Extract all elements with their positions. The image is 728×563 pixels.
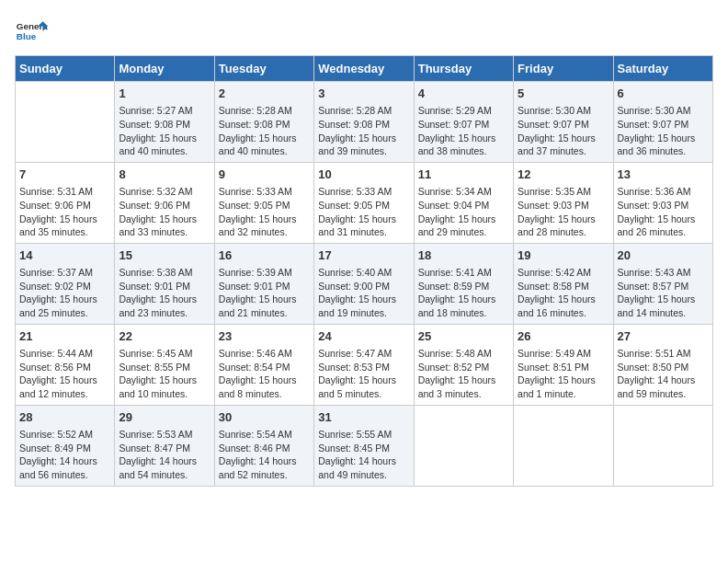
column-header-friday: Friday [514,56,613,82]
calendar-cell: 28Sunrise: 5:52 AM Sunset: 8:49 PM Dayli… [16,405,115,486]
day-info: Sunrise: 5:38 AM Sunset: 9:01 PM Dayligh… [119,266,210,320]
calendar-cell: 14Sunrise: 5:37 AM Sunset: 9:02 PM Dayli… [16,243,115,324]
day-info: Sunrise: 5:33 AM Sunset: 9:05 PM Dayligh… [219,185,310,239]
day-info: Sunrise: 5:27 AM Sunset: 9:08 PM Dayligh… [119,104,210,158]
day-number: 25 [418,328,509,345]
calendar-cell: 27Sunrise: 5:51 AM Sunset: 8:50 PM Dayli… [613,324,712,405]
day-number: 23 [219,328,310,345]
day-number: 28 [19,409,110,426]
day-number: 15 [119,247,210,264]
day-info: Sunrise: 5:34 AM Sunset: 9:04 PM Dayligh… [418,185,509,239]
day-info: Sunrise: 5:36 AM Sunset: 9:03 PM Dayligh… [618,185,709,239]
day-number: 6 [618,86,709,102]
day-info: Sunrise: 5:30 AM Sunset: 9:07 PM Dayligh… [618,104,709,158]
day-number: 9 [219,167,310,183]
day-number: 2 [219,86,310,102]
calendar-cell: 17Sunrise: 5:40 AM Sunset: 9:00 PM Dayli… [314,243,414,324]
day-number: 22 [119,328,210,345]
day-number: 5 [518,86,609,102]
calendar-cell: 30Sunrise: 5:54 AM Sunset: 8:46 PM Dayli… [214,405,313,486]
logo: General Blue [15,15,48,48]
column-header-wednesday: Wednesday [314,56,414,82]
day-number: 1 [119,86,210,102]
day-number: 27 [618,328,709,345]
calendar-cell: 7Sunrise: 5:31 AM Sunset: 9:06 PM Daylig… [16,162,115,243]
calendar-cell: 25Sunrise: 5:48 AM Sunset: 8:52 PM Dayli… [414,324,513,405]
day-info: Sunrise: 5:52 AM Sunset: 8:49 PM Dayligh… [19,428,110,482]
day-info: Sunrise: 5:28 AM Sunset: 9:08 PM Dayligh… [318,104,409,158]
day-info: Sunrise: 5:51 AM Sunset: 8:50 PM Dayligh… [618,347,709,401]
calendar-cell: 29Sunrise: 5:53 AM Sunset: 8:47 PM Dayli… [115,405,214,486]
calendar-cell: 16Sunrise: 5:39 AM Sunset: 9:01 PM Dayli… [214,243,313,324]
calendar-week-2: 7Sunrise: 5:31 AM Sunset: 9:06 PM Daylig… [16,162,713,243]
calendar-table: SundayMondayTuesdayWednesdayThursdayFrid… [15,55,713,487]
day-info: Sunrise: 5:40 AM Sunset: 9:00 PM Dayligh… [318,266,409,320]
calendar-cell: 20Sunrise: 5:43 AM Sunset: 8:57 PM Dayli… [613,243,712,324]
calendar-cell: 31Sunrise: 5:55 AM Sunset: 8:45 PM Dayli… [314,405,414,486]
day-number: 12 [518,167,609,183]
day-number: 17 [318,247,409,264]
calendar-cell: 21Sunrise: 5:44 AM Sunset: 8:56 PM Dayli… [16,324,115,405]
calendar-cell: 19Sunrise: 5:42 AM Sunset: 8:58 PM Dayli… [514,243,613,324]
day-number: 26 [518,328,609,345]
day-info: Sunrise: 5:45 AM Sunset: 8:55 PM Dayligh… [119,347,210,401]
calendar-week-3: 14Sunrise: 5:37 AM Sunset: 9:02 PM Dayli… [16,243,713,324]
day-info: Sunrise: 5:33 AM Sunset: 9:05 PM Dayligh… [318,185,409,239]
calendar-cell: 4Sunrise: 5:29 AM Sunset: 9:07 PM Daylig… [414,82,513,163]
calendar-cell: 6Sunrise: 5:30 AM Sunset: 9:07 PM Daylig… [613,82,712,163]
calendar-cell: 15Sunrise: 5:38 AM Sunset: 9:01 PM Dayli… [115,243,214,324]
calendar-week-5: 28Sunrise: 5:52 AM Sunset: 8:49 PM Dayli… [16,405,713,486]
calendar-cell: 10Sunrise: 5:33 AM Sunset: 9:05 PM Dayli… [314,162,414,243]
calendar-cell: 12Sunrise: 5:35 AM Sunset: 9:03 PM Dayli… [514,162,613,243]
calendar-cell [613,405,712,486]
day-number: 24 [318,328,409,345]
day-info: Sunrise: 5:28 AM Sunset: 9:08 PM Dayligh… [219,104,310,158]
calendar-cell [414,405,513,486]
calendar-cell: 1Sunrise: 5:27 AM Sunset: 9:08 PM Daylig… [115,82,214,163]
day-info: Sunrise: 5:46 AM Sunset: 8:54 PM Dayligh… [219,347,310,401]
day-info: Sunrise: 5:29 AM Sunset: 9:07 PM Dayligh… [418,104,509,158]
day-number: 31 [318,409,409,426]
day-info: Sunrise: 5:37 AM Sunset: 9:02 PM Dayligh… [19,266,110,320]
calendar-cell: 2Sunrise: 5:28 AM Sunset: 9:08 PM Daylig… [214,82,313,163]
day-info: Sunrise: 5:49 AM Sunset: 8:51 PM Dayligh… [518,347,609,401]
day-info: Sunrise: 5:30 AM Sunset: 9:07 PM Dayligh… [518,104,609,158]
logo-icon: General Blue [15,15,48,48]
calendar-cell: 8Sunrise: 5:32 AM Sunset: 9:06 PM Daylig… [115,162,214,243]
day-number: 11 [418,167,509,183]
header-row: SundayMondayTuesdayWednesdayThursdayFrid… [16,56,713,82]
day-number: 16 [219,247,310,264]
day-number: 20 [618,247,709,264]
calendar-cell: 22Sunrise: 5:45 AM Sunset: 8:55 PM Dayli… [115,324,214,405]
day-info: Sunrise: 5:42 AM Sunset: 8:58 PM Dayligh… [518,266,609,320]
day-info: Sunrise: 5:47 AM Sunset: 8:53 PM Dayligh… [318,347,409,401]
day-number: 30 [219,409,310,426]
calendar-cell [16,82,115,163]
day-info: Sunrise: 5:44 AM Sunset: 8:56 PM Dayligh… [19,347,110,401]
calendar-cell: 24Sunrise: 5:47 AM Sunset: 8:53 PM Dayli… [314,324,414,405]
day-info: Sunrise: 5:48 AM Sunset: 8:52 PM Dayligh… [418,347,509,401]
calendar-cell: 18Sunrise: 5:41 AM Sunset: 8:59 PM Dayli… [414,243,513,324]
day-number: 18 [418,247,509,264]
svg-text:Blue: Blue [17,31,37,41]
column-header-monday: Monday [115,56,214,82]
day-number: 7 [19,167,110,183]
column-header-sunday: Sunday [16,56,115,82]
day-info: Sunrise: 5:39 AM Sunset: 9:01 PM Dayligh… [219,266,310,320]
day-number: 14 [19,247,110,264]
calendar-body: 1Sunrise: 5:27 AM Sunset: 9:08 PM Daylig… [16,82,713,487]
day-number: 29 [119,409,210,426]
calendar-cell [514,405,613,486]
calendar-week-1: 1Sunrise: 5:27 AM Sunset: 9:08 PM Daylig… [16,82,713,163]
calendar-cell: 13Sunrise: 5:36 AM Sunset: 9:03 PM Dayli… [613,162,712,243]
day-number: 19 [518,247,609,264]
day-number: 4 [418,86,509,102]
calendar-cell: 26Sunrise: 5:49 AM Sunset: 8:51 PM Dayli… [514,324,613,405]
page-header: General Blue [15,15,713,48]
day-number: 21 [19,328,110,345]
day-number: 3 [318,86,409,102]
column-header-thursday: Thursday [414,56,513,82]
calendar-header: SundayMondayTuesdayWednesdayThursdayFrid… [16,56,713,82]
calendar-cell: 23Sunrise: 5:46 AM Sunset: 8:54 PM Dayli… [214,324,313,405]
day-number: 10 [318,167,409,183]
